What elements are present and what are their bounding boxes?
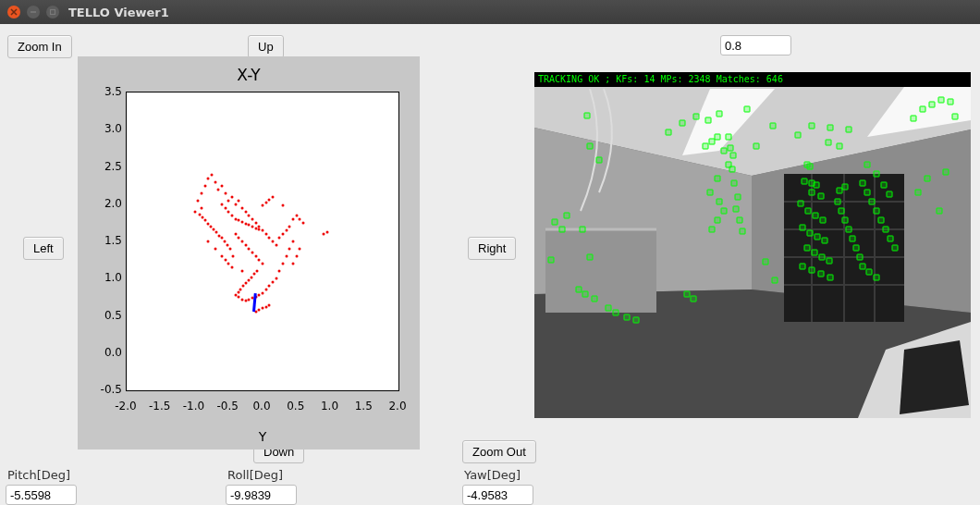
map-point — [240, 298, 243, 301]
map-point — [262, 292, 264, 295]
tracked-feature — [772, 277, 778, 284]
tracked-feature — [596, 157, 603, 164]
tracked-feature — [798, 201, 804, 207]
tracked-feature — [753, 143, 760, 150]
yaw-input[interactable] — [462, 485, 533, 505]
tracked-feature — [853, 245, 860, 252]
map-point — [217, 188, 220, 191]
plot-x-axis-label: Y — [126, 429, 399, 444]
map-point — [264, 202, 267, 204]
map-point — [262, 228, 264, 231]
plot-xtick: 1.0 — [321, 400, 338, 413]
tracked-feature — [835, 199, 841, 205]
tracked-feature — [842, 184, 849, 191]
map-point — [217, 234, 220, 237]
map-point — [258, 259, 261, 262]
up-button[interactable]: Up — [248, 35, 284, 58]
map-point — [248, 214, 251, 216]
map-point — [234, 232, 237, 235]
tracked-feature — [730, 153, 737, 159]
window-maximize-button[interactable] — [46, 6, 59, 18]
map-point — [251, 225, 253, 228]
tracked-feature — [564, 213, 570, 219]
map-point — [200, 206, 202, 209]
tracked-feature — [874, 275, 880, 281]
roll-label: Roll[Deg] — [227, 468, 283, 482]
tracked-feature — [883, 227, 889, 233]
camera-view: TRACKING OK ; KFs: 14 MPs: 2348 Matches:… — [534, 72, 971, 418]
tracked-feature — [624, 314, 631, 321]
map-point — [214, 248, 216, 251]
tracked-feature — [826, 140, 832, 146]
map-point — [288, 248, 291, 251]
tracked-feature — [937, 208, 943, 215]
map-point — [275, 277, 277, 280]
tracked-feature — [684, 291, 691, 298]
map-point — [282, 263, 285, 265]
zoom-in-button[interactable]: Zoom In — [7, 35, 72, 58]
plot-ytick: 0.5 — [104, 309, 122, 322]
window-close-button[interactable] — [7, 6, 20, 18]
tracked-feature — [911, 116, 917, 122]
map-point — [207, 177, 210, 179]
tracked-feature — [559, 227, 566, 233]
tracked-feature — [800, 264, 806, 270]
tracked-feature — [740, 228, 746, 235]
map-point — [254, 227, 257, 229]
map-point — [285, 228, 288, 231]
right-button[interactable]: Right — [468, 237, 516, 260]
svg-rect-0 — [51, 10, 55, 15]
map-point — [258, 228, 261, 231]
map-point — [282, 232, 285, 235]
tracked-feature — [576, 287, 582, 293]
tracked-feature — [729, 166, 736, 173]
plot-xtick: -0.5 — [217, 400, 239, 413]
map-point — [227, 210, 230, 213]
map-point — [245, 282, 248, 285]
map-point — [223, 240, 226, 243]
plot-xtick: -1.5 — [149, 400, 170, 413]
map-point — [272, 240, 275, 243]
plot-y-ticks: -0.50.00.51.01.52.02.53.03.5 — [78, 56, 126, 450]
map-point — [226, 244, 228, 247]
window-minimize-button[interactable] — [27, 6, 40, 18]
roll-input[interactable] — [226, 485, 297, 505]
map-point — [238, 296, 240, 299]
tracked-feature — [737, 217, 743, 224]
map-point — [238, 219, 240, 222]
tracked-feature — [721, 208, 728, 215]
tracked-feature — [807, 164, 814, 170]
left-button[interactable]: Left — [23, 237, 64, 260]
window-titlebar: TELLO Viewer1 — [0, 0, 980, 24]
tracked-feature — [857, 254, 864, 261]
tracked-feature — [846, 227, 852, 233]
map-point — [264, 289, 267, 291]
map-point — [200, 191, 202, 194]
map-point — [207, 240, 210, 243]
map-point — [256, 270, 259, 273]
tracked-feature — [744, 106, 751, 113]
tracked-feature — [943, 169, 949, 176]
map-point — [258, 293, 261, 296]
tracked-feature — [715, 217, 721, 224]
pitch-input[interactable] — [6, 485, 77, 505]
top-value-input[interactable] — [720, 35, 791, 55]
svg-marker-19 — [900, 340, 969, 414]
map-point — [207, 222, 210, 225]
tracked-feature — [869, 199, 876, 205]
tracked-feature — [839, 208, 845, 215]
map-point — [264, 232, 267, 235]
tracked-feature — [815, 234, 821, 240]
pitch-label: Pitch[Deg] — [7, 468, 70, 482]
plot-area — [126, 92, 399, 391]
map-point — [251, 252, 253, 254]
tracked-feature — [717, 111, 723, 117]
tracked-feature — [582, 291, 589, 298]
zoom-out-button[interactable]: Zoom Out — [462, 440, 536, 463]
map-point — [268, 198, 271, 201]
map-point — [240, 221, 243, 224]
map-point — [278, 236, 281, 239]
map-point — [244, 244, 247, 247]
map-point — [302, 221, 305, 224]
map-point — [230, 214, 233, 216]
